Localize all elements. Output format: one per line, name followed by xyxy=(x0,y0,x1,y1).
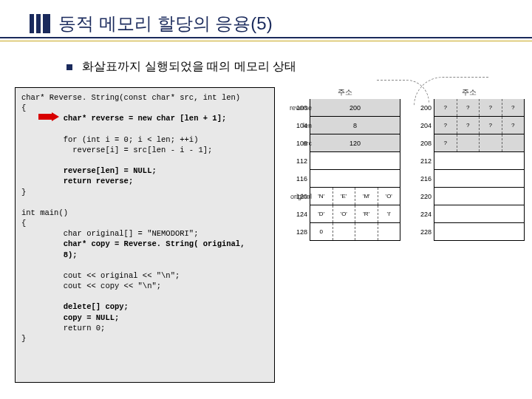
bullet-text: 화살표까지 실행되었을 때의 메모리 상태 xyxy=(82,60,296,72)
mem-row: 120 original 'N' 'E' 'M' 'O' xyxy=(290,188,400,205)
mem-row: 124 'D' 'O' 'R' 'I' xyxy=(290,205,400,223)
slide-title: 동적 메모리 할당의 응용(5) xyxy=(58,12,272,35)
mem-row: 216 xyxy=(414,170,525,188)
code-line: cout << original << "\n"; xyxy=(21,271,180,280)
mem-row: 128 0 xyxy=(290,223,400,241)
code-line: } xyxy=(21,188,26,197)
mem-row: 228 xyxy=(414,223,525,241)
code-line: char* copy = Reverse. String( original, xyxy=(21,239,245,248)
memory-stack: 주소 100reverse200 104len8 108src120 112 1… xyxy=(290,87,400,241)
code-line: char* Reverse. String(const char* src, i… xyxy=(21,93,240,102)
mem-row: 208 ? xyxy=(414,134,525,152)
mem-row: 104len8 xyxy=(290,117,400,134)
code-line: delete[] copy; xyxy=(21,302,129,311)
code-line: } xyxy=(21,334,26,343)
mem-row: 108src120 xyxy=(290,134,400,152)
mem-header: 주소 xyxy=(290,87,400,98)
code-line: cout << copy << "\n"; xyxy=(21,282,161,290)
execution-arrow-icon xyxy=(38,112,59,121)
code-line: return 0; xyxy=(21,324,105,332)
memory-heap: 주소 200 ? ? ? ? 204 ? ? ? ? 208 ? xyxy=(414,87,525,241)
code-line: reverse[len] = NULL; xyxy=(21,166,157,175)
mem-row: 220 xyxy=(414,188,525,205)
slide: 동적 메모리 할당의 응용(5) 화살표까지 실행되었을 때의 메모리 상태 c… xyxy=(0,0,532,399)
code-line: copy = NULL; xyxy=(21,313,119,322)
title-accent-icon xyxy=(30,14,50,33)
code-line: for (int i = 0; i < len; ++i) xyxy=(21,135,198,144)
bullet-row: 화살표까지 실행되었을 때의 메모리 상태 xyxy=(66,59,296,75)
mem-header: 주소 xyxy=(414,87,525,98)
code-line: { xyxy=(21,219,26,228)
mem-row: 212 xyxy=(414,152,525,170)
code-line: char original[] = "NEMODORI"; xyxy=(21,229,198,238)
code-line: reverse[i] = src[len - i - 1]; xyxy=(21,146,212,154)
title-bar: 동적 메모리 할당의 응용(5) xyxy=(30,12,517,38)
code-line: return reverse; xyxy=(21,177,133,185)
code-line: int main() xyxy=(21,208,68,217)
mem-row: 204 ? ? ? ? xyxy=(414,117,525,134)
mem-row: 200 ? ? ? ? xyxy=(414,99,525,117)
mem-row: 224 xyxy=(414,205,525,223)
mem-row: 112 xyxy=(290,152,400,170)
code-line: { xyxy=(21,103,26,112)
code-line: 8); xyxy=(21,250,78,259)
mem-row: 100reverse200 xyxy=(290,99,400,117)
mem-row: 116 xyxy=(290,170,400,188)
code-block: char* Reverse. String(const char* src, i… xyxy=(15,87,275,383)
bullet-icon xyxy=(66,64,72,70)
title-underline xyxy=(0,37,532,41)
